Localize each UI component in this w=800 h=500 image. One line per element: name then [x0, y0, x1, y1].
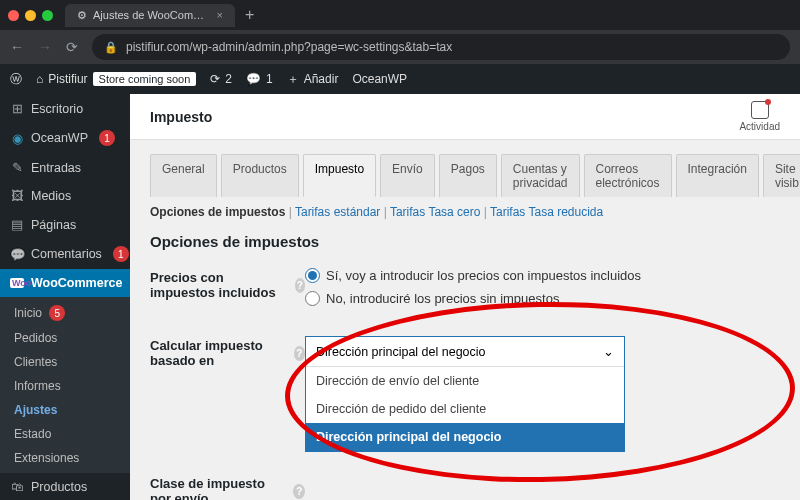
subtab-link[interactable]: Tarifas Tasa cero — [390, 205, 481, 219]
sidebar-subitem[interactable]: Informes — [0, 374, 130, 398]
wp-logo-icon[interactable]: ⓦ — [10, 71, 22, 88]
reload-icon[interactable]: ⟳ — [66, 39, 78, 55]
section-heading: Opciones de impuestos — [150, 233, 780, 250]
sidebar-item[interactable]: 🛍Productos — [0, 473, 130, 500]
label-calc-tax-based-on: Calcular impuesto basado en — [150, 338, 288, 368]
sidebar-subitem[interactable]: Extensiones — [0, 446, 130, 470]
site-name[interactable]: ⌂ Pistifiur Store coming soon — [36, 72, 196, 86]
store-status-badge: Store coming soon — [93, 72, 197, 86]
radio-prices-no[interactable]: No, introduciré los precios sin impuesto… — [305, 291, 780, 306]
comments-link[interactable]: 💬 1 — [246, 72, 273, 86]
updates-link[interactable]: ⟳ 2 — [210, 72, 232, 86]
menu-icon: 💬 — [10, 247, 24, 262]
settings-tab[interactable]: Site visib — [763, 154, 800, 197]
new-tab-button[interactable]: + — [245, 6, 254, 24]
settings-tab[interactable]: General — [150, 154, 217, 197]
menu-icon: 🛍 — [10, 480, 24, 494]
back-icon[interactable]: ← — [10, 39, 24, 55]
settings-tab[interactable]: Impuesto — [303, 154, 376, 197]
sidebar-item[interactable]: 💬Comentarios1 — [0, 239, 130, 269]
page-title: Impuesto — [150, 109, 212, 125]
forward-icon: → — [38, 39, 52, 55]
home-icon: ⌂ — [36, 72, 43, 86]
menu-icon: ▤ — [10, 217, 24, 232]
menu-icon: 🖾 — [10, 189, 24, 203]
sidebar-subitem[interactable]: Pedidos — [0, 326, 130, 350]
settings-tab[interactable]: Productos — [221, 154, 299, 197]
woocommerce-icon: Woo — [10, 278, 24, 288]
address-bar[interactable]: 🔒 pistifiur.com/wp-admin/admin.php?page=… — [92, 34, 790, 60]
sidebar-subitem[interactable]: Inicio 5 — [0, 300, 130, 326]
close-tab-icon[interactable]: × — [217, 9, 223, 21]
help-icon[interactable]: ? — [294, 346, 305, 361]
settings-tab[interactable]: Correos electrónicos — [584, 154, 672, 197]
subtabs: Opciones de impuestos | Tarifas estándar… — [150, 205, 780, 219]
url-text: pistifiur.com/wp-admin/admin.php?page=wc… — [126, 40, 452, 54]
radio-prices-yes[interactable]: Sí, voy a introducir los precios con imp… — [305, 268, 780, 283]
menu-icon: ✎ — [10, 160, 24, 175]
help-icon[interactable]: ? — [293, 484, 305, 499]
admin-sidebar: ⊞Escritorio◉OceanWP1✎Entradas🖾Medios▤Pág… — [0, 94, 130, 500]
select-value: Dirección principal del negocio — [316, 345, 486, 359]
chevron-down-icon: ⌄ — [603, 344, 614, 359]
sidebar-subitem[interactable]: Ajustes — [0, 398, 130, 422]
label-shipping-tax-class: Clase de impuesto por envío — [150, 476, 287, 500]
activity-icon — [751, 101, 769, 119]
theme-link[interactable]: OceanWP — [352, 72, 407, 86]
lock-icon: 🔒 — [104, 41, 118, 54]
add-new-link[interactable]: ＋ Añadir — [287, 71, 339, 88]
sidebar-item[interactable]: ⊞Escritorio — [0, 94, 130, 123]
select-option-selected[interactable]: Dirección principal del negocio — [306, 423, 624, 451]
menu-icon: ⊞ — [10, 101, 24, 116]
settings-tab[interactable]: Cuentas y privacidad — [501, 154, 580, 197]
sidebar-item[interactable]: ✎Entradas — [0, 153, 130, 182]
count-badge: 5 — [49, 305, 65, 321]
subtab-link[interactable]: Tarifas Tasa reducida — [490, 205, 603, 219]
select-option[interactable]: Dirección de pedido del cliente — [306, 395, 624, 423]
tab-favicon: ⚙ — [77, 9, 87, 22]
settings-tab[interactable]: Integración — [676, 154, 759, 197]
label-prices-included: Precios con impuestos incluidos — [150, 270, 289, 300]
sidebar-item[interactable]: ◉OceanWP1 — [0, 123, 130, 153]
select-calc-tax[interactable]: Dirección principal del negocio ⌄ Direcc… — [305, 336, 625, 452]
activity-button[interactable]: Actividad — [739, 101, 780, 132]
sidebar-subitem[interactable]: Clientes — [0, 350, 130, 374]
subtab-current[interactable]: Opciones de impuestos — [150, 205, 285, 219]
select-option[interactable]: Dirección de envío del cliente — [306, 367, 624, 395]
browser-tab[interactable]: ⚙ Ajustes de WooCommerce ‹ × — [65, 4, 235, 27]
tab-title: Ajustes de WooCommerce ‹ — [93, 9, 207, 21]
help-icon[interactable]: ? — [295, 278, 305, 293]
sidebar-item[interactable]: ▤Páginas — [0, 210, 130, 239]
menu-icon: ◉ — [10, 131, 24, 146]
sidebar-item-woocommerce[interactable]: Woo WooCommerce — [0, 269, 130, 297]
sidebar-subitem[interactable]: Estado — [0, 422, 130, 446]
count-badge: 1 — [113, 246, 129, 262]
settings-tab[interactable]: Envío — [380, 154, 435, 197]
subtab-link[interactable]: Tarifas estándar — [295, 205, 380, 219]
settings-tab[interactable]: Pagos — [439, 154, 497, 197]
count-badge: 1 — [99, 130, 115, 146]
sidebar-item[interactable]: 🖾Medios — [0, 182, 130, 210]
window-controls[interactable] — [8, 10, 53, 21]
